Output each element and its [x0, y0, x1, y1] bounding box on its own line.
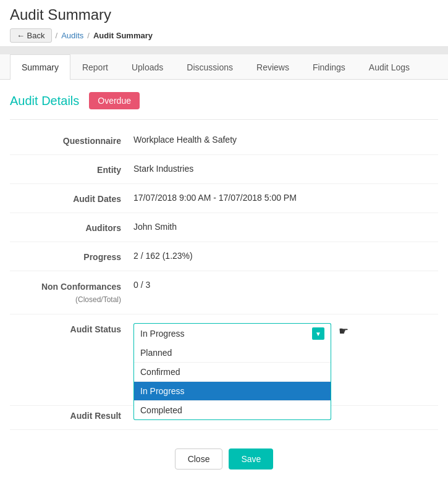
- questionnaire-label: Questionnaire: [10, 135, 133, 146]
- progress-row: Progress 2 / 162 (1.23%): [10, 242, 438, 271]
- back-button[interactable]: ← Back: [10, 28, 52, 43]
- status-current-value: In Progress: [140, 329, 185, 339]
- option-confirmed[interactable]: Confirmed: [134, 363, 331, 382]
- entity-value: Stark Industries: [133, 164, 438, 174]
- breadcrumb-current: Audit Summary: [93, 31, 153, 40]
- breadcrumb-audits-link[interactable]: Audits: [61, 31, 83, 40]
- tab-summary[interactable]: Summary: [10, 54, 70, 80]
- audit-details-title: Audit Details: [10, 94, 79, 108]
- entity-row: Entity Stark Industries: [10, 155, 438, 184]
- tab-discussions[interactable]: Discussions: [175, 54, 245, 80]
- cursor-pointer-icon: ☛: [339, 324, 349, 338]
- breadcrumb-separator: /: [56, 31, 58, 40]
- option-completed[interactable]: Completed: [134, 401, 331, 419]
- tab-uploads[interactable]: Uploads: [120, 54, 175, 80]
- audit-status-label: Audit Status: [10, 323, 133, 334]
- audit-details-form: Questionnaire Workplace Health & Safety …: [10, 120, 438, 436]
- audit-dates-label: Audit Dates: [10, 193, 133, 204]
- entity-label: Entity: [10, 164, 133, 175]
- audit-status-row: Audit Status In Progress ▼ Planned Confi…: [10, 314, 438, 406]
- audit-status-dropdown-wrapper: In Progress ▼ Planned Confirmed In Progr…: [133, 323, 438, 343]
- audit-details-header: Audit Details Overdue: [10, 80, 438, 120]
- non-conformances-value: 0 / 3: [133, 280, 438, 290]
- dropdown-options-list: Planned Confirmed In Progress Completed: [133, 343, 331, 420]
- tab-audit-logs[interactable]: Audit Logs: [357, 54, 421, 80]
- audit-dates-value: 17/07/2018 9:00 AM - 17/07/2018 5:00 PM: [133, 193, 438, 203]
- footer-buttons: Close Save: [10, 436, 438, 476]
- status-dropdown[interactable]: In Progress ▼ Planned Confirmed In Progr…: [133, 323, 331, 343]
- gray-divider: [0, 47, 448, 54]
- content-area: Summary Report Uploads Discussions Revie…: [0, 54, 448, 480]
- non-conformances-label: Non Conformances (Closed/Total): [10, 280, 133, 305]
- overdue-badge: Overdue: [89, 92, 140, 109]
- auditors-value: John Smith: [133, 222, 438, 232]
- option-planned[interactable]: Planned: [134, 343, 331, 363]
- questionnaire-value: Workplace Health & Safety: [133, 135, 438, 145]
- questionnaire-row: Questionnaire Workplace Health & Safety: [10, 126, 438, 155]
- tabs-bar: Summary Report Uploads Discussions Revie…: [0, 54, 448, 80]
- save-button[interactable]: Save: [229, 448, 273, 469]
- page-header: Audit Summary ← Back / Audits / Audit Su…: [0, 0, 448, 47]
- auditors-label: Auditors: [10, 222, 133, 233]
- tab-report[interactable]: Report: [70, 54, 120, 80]
- audit-result-label: Audit Result: [10, 410, 133, 421]
- auditors-row: Auditors John Smith: [10, 213, 438, 242]
- breadcrumb-separator2: /: [87, 31, 90, 40]
- non-conformances-row: Non Conformances (Closed/Total) 0 / 3: [10, 271, 438, 314]
- status-select-display[interactable]: In Progress ▼: [133, 323, 331, 343]
- progress-label: Progress: [10, 251, 133, 262]
- tab-reviews[interactable]: Reviews: [245, 54, 301, 80]
- progress-value: 2 / 162 (1.23%): [133, 251, 438, 261]
- option-in-progress[interactable]: In Progress: [134, 382, 331, 401]
- close-button[interactable]: Close: [175, 448, 223, 469]
- breadcrumb: ← Back / Audits / Audit Summary: [10, 28, 438, 43]
- page-title: Audit Summary: [10, 6, 438, 23]
- dropdown-arrow-icon: ▼: [312, 327, 324, 340]
- audit-dates-row: Audit Dates 17/07/2018 9:00 AM - 17/07/2…: [10, 184, 438, 213]
- tab-findings[interactable]: Findings: [301, 54, 357, 80]
